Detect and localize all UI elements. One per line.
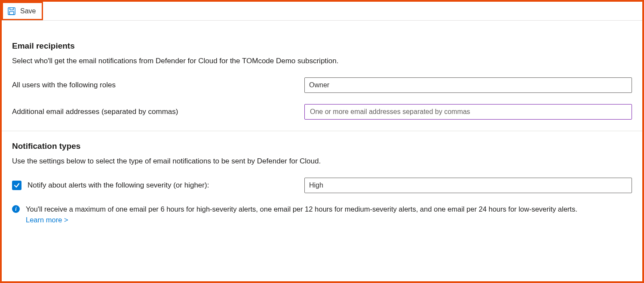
- emails-input[interactable]: [309, 108, 627, 116]
- save-button[interactable]: Save: [2, 2, 43, 20]
- notifications-description: Use the settings below to select the typ…: [12, 157, 632, 166]
- roles-dropdown[interactable]: Owner: [304, 77, 632, 93]
- severity-field-row: Notify about alerts with the following s…: [12, 178, 632, 193]
- recipients-heading: Email recipients: [12, 41, 632, 51]
- roles-label: All users with the following roles: [12, 81, 304, 89]
- toolbar: Save: [2, 2, 642, 21]
- info-icon: i: [12, 205, 20, 213]
- roles-dropdown-value: Owner: [309, 81, 329, 89]
- severity-checkbox[interactable]: [12, 181, 21, 190]
- severity-dropdown-value: High: [309, 181, 323, 189]
- emails-field-row: Additional email addresses (separated by…: [12, 104, 632, 120]
- recipients-description: Select who'll get the email notification…: [12, 57, 632, 65]
- emails-input-wrapper: [304, 104, 632, 120]
- section-divider: [2, 131, 642, 131]
- info-text: You'll receive a maximum of one email pe…: [26, 205, 577, 213]
- severity-dropdown[interactable]: High: [304, 178, 632, 193]
- check-icon: [14, 182, 20, 188]
- info-row: i You'll receive a maximum of one email …: [12, 204, 632, 225]
- severity-label: Notify about alerts with the following s…: [28, 181, 209, 190]
- svg-rect-1: [9, 12, 14, 15]
- learn-more-link[interactable]: Learn more >: [26, 215, 68, 225]
- info-text-block: You'll receive a maximum of one email pe…: [26, 204, 577, 225]
- emails-label: Additional email addresses (separated by…: [12, 108, 304, 116]
- settings-panel: Save Email recipients Select who'll get …: [0, 0, 644, 283]
- content-area: Email recipients Select who'll get the e…: [2, 21, 642, 225]
- severity-label-wrap: Notify about alerts with the following s…: [12, 181, 304, 190]
- save-button-label: Save: [20, 7, 36, 15]
- save-icon: [7, 7, 16, 15]
- notifications-heading: Notification types: [12, 142, 632, 151]
- roles-field-row: All users with the following roles Owner: [12, 77, 632, 93]
